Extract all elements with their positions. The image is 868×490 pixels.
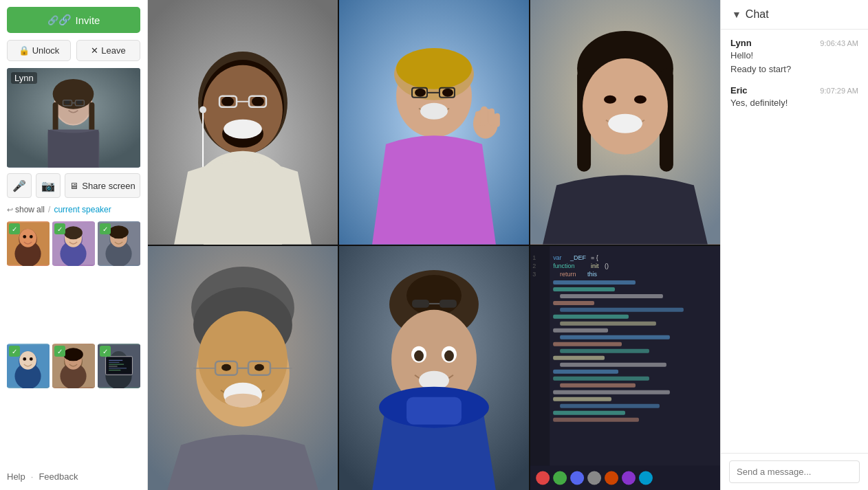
svg-point-69 [199, 107, 206, 113]
svg-text:_DEF: _DEF [569, 254, 586, 260]
invite-button[interactable]: 🔗 Invite [7, 7, 140, 33]
all-view-link[interactable]: all [36, 205, 45, 214]
svg-rect-145 [560, 348, 649, 353]
svg-rect-137 [560, 293, 663, 298]
chat-panel: ▼ Chat Lynn 9:06:43 AM Hello! Ready to s… [720, 0, 868, 490]
svg-point-45 [63, 348, 83, 361]
toggle-arrow-icon: ↩ [7, 205, 13, 214]
svg-point-118 [444, 350, 454, 361]
svg-rect-149 [553, 376, 649, 380]
svg-rect-148 [553, 369, 618, 373]
svg-point-80 [420, 103, 448, 120]
svg-point-64 [252, 97, 264, 107]
svg-rect-121 [406, 397, 462, 424]
svg-point-162 [622, 471, 636, 485]
svg-rect-155 [553, 417, 639, 421]
svg-point-157 [536, 471, 550, 485]
svg-point-62 [224, 120, 262, 139]
msg-header-2: Eric 9:07:29 AM [730, 85, 858, 96]
svg-point-32 [109, 225, 129, 238]
invite-label: Invite [76, 14, 100, 26]
svg-point-76 [442, 89, 453, 97]
msg-text-1a: Hello! [730, 49, 858, 62]
share-screen-button[interactable]: 🖥 Share screen [65, 173, 140, 198]
share-screen-label: Share screen [82, 181, 135, 191]
unlock-button[interactable]: 🔒 Unlock [7, 40, 71, 61]
svg-point-90 [583, 58, 668, 155]
svg-point-91 [604, 96, 616, 104]
svg-text:= {: = { [591, 254, 598, 260]
svg-rect-142 [553, 328, 608, 332]
msg-sender-1: Lynn [730, 38, 752, 48]
svg-point-117 [414, 350, 424, 361]
msg-sender-2: Eric [730, 85, 748, 96]
participant-check-1: ✓ [9, 223, 20, 234]
svg-text:(): () [605, 262, 609, 269]
controls: 🎤 📷 🖥 Share screen [7, 173, 140, 198]
participant-thumb-5[interactable]: ✓ [52, 344, 95, 388]
svg-point-74 [396, 48, 472, 89]
svg-point-7 [65, 100, 70, 104]
mic-button[interactable]: 🎤 [7, 173, 32, 198]
main-video-area: 1 var _DEF = { 2 function init () 3 retu… [148, 0, 720, 490]
msg-text-2a: Yes, definitely! [730, 97, 858, 109]
show-label: show [15, 205, 34, 214]
svg-rect-84 [495, 113, 500, 127]
participant-thumb-3[interactable]: ✓ [98, 221, 140, 266]
svg-text:2: 2 [532, 262, 536, 269]
svg-point-8 [76, 100, 82, 104]
svg-rect-136 [553, 287, 615, 291]
camera-button[interactable]: 📷 [36, 173, 61, 198]
video-cell-6: 1 var _DEF = { 2 function init () 3 retu… [530, 246, 720, 491]
svg-point-25 [64, 226, 83, 239]
svg-point-37 [23, 357, 26, 361]
chat-message-1: Lynn 9:06:43 AM Hello! Ready to start? [730, 38, 858, 76]
chat-message-input[interactable] [729, 460, 860, 483]
link-icon: 🔗 [47, 14, 72, 26]
participant-check-5: ✓ [54, 346, 65, 357]
svg-rect-123 [530, 246, 550, 491]
svg-point-105 [254, 364, 264, 370]
svg-point-93 [608, 114, 642, 133]
mic-icon: 🎤 [12, 179, 26, 192]
svg-point-4 [53, 79, 94, 109]
svg-point-160 [587, 471, 601, 485]
msg-text-1b: Ready to start? [730, 63, 858, 76]
svg-rect-83 [489, 109, 495, 126]
svg-rect-82 [481, 107, 488, 126]
participant-thumb-2[interactable]: ✓ [52, 221, 95, 266]
feedback-link[interactable]: Feedback [39, 471, 78, 482]
separator: / [48, 205, 50, 214]
svg-text:this: this [587, 270, 597, 277]
participant-thumbnails: ✓ ✓ [7, 221, 140, 463]
svg-rect-151 [553, 390, 670, 394]
action-row: 🔒 Unlock ✕ Leave [7, 40, 140, 61]
msg-header-1: Lynn 9:06:43 AM [730, 38, 858, 48]
current-speaker-link[interactable]: current speaker [54, 205, 111, 214]
self-video: Lynn [7, 68, 140, 168]
svg-text:return: return [560, 270, 576, 277]
svg-rect-144 [553, 342, 622, 346]
view-toggle: ↩ show all / current speaker [7, 205, 140, 214]
svg-point-158 [553, 471, 567, 485]
svg-text:function: function [553, 262, 574, 269]
svg-rect-85 [475, 111, 481, 126]
camera-icon: 📷 [41, 179, 55, 192]
sidebar: 🔗 Invite 🔒 Unlock ✕ Leave [0, 0, 148, 490]
video-cell-5 [339, 246, 529, 491]
screen-icon: 🖥 [69, 181, 78, 191]
participant-thumb-1[interactable]: ✓ [7, 221, 50, 266]
svg-rect-147 [560, 362, 666, 366]
participant-thumb-6[interactable]: ✓ [98, 344, 140, 388]
leave-button[interactable]: ✕ Leave [76, 40, 140, 61]
msg-time-2: 9:07:29 AM [820, 87, 858, 95]
svg-point-36 [19, 351, 36, 370]
help-link[interactable]: Help [7, 471, 25, 482]
svg-rect-152 [553, 397, 611, 401]
svg-text:init: init [591, 262, 599, 269]
participant-thumb-4[interactable]: ✓ [7, 344, 50, 388]
chat-messages: Lynn 9:06:43 AM Hello! Ready to start? E… [721, 30, 868, 453]
svg-rect-141 [560, 321, 656, 325]
msg-time-1: 9:06:43 AM [820, 39, 858, 47]
svg-rect-135 [553, 280, 636, 284]
